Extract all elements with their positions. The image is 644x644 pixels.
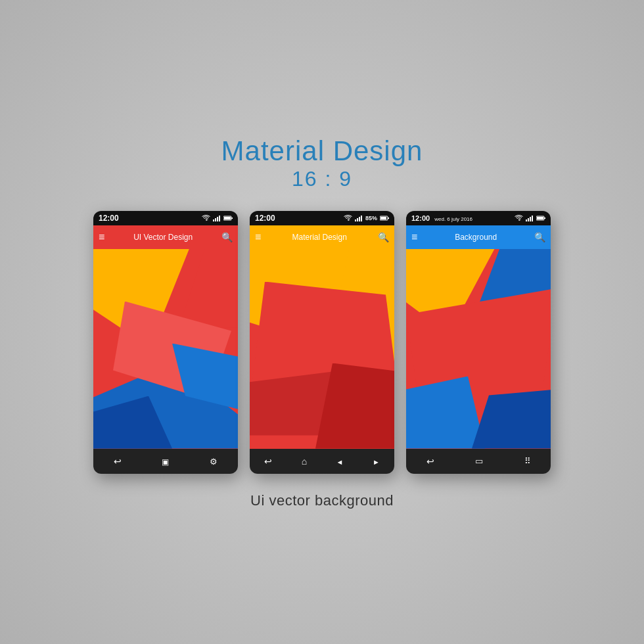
battery-icon: [223, 216, 233, 221]
battery-icon-3: [536, 216, 545, 221]
back-icon-2[interactable]: [264, 456, 272, 467]
svg-rect-19: [544, 218, 545, 219]
wifi-icon-3: [515, 215, 523, 221]
home-icon-2[interactable]: [302, 456, 307, 467]
svg-rect-2: [217, 217, 218, 221]
status-bar-3: 12:00 wed. 6 july 2016: [406, 211, 551, 225]
wallpaper-3: [406, 249, 551, 449]
svg-rect-16: [530, 217, 531, 221]
sub-title: 16 : 9: [221, 167, 423, 191]
app-bar-1: ≡ UI Vector Design 🔍: [93, 225, 238, 249]
app-title-2: Material Design: [266, 233, 373, 242]
signal-icon: [213, 215, 221, 221]
svg-rect-8: [357, 218, 358, 221]
status-date-3: wed. 6 july 2016: [434, 216, 472, 222]
app-title-3: Background: [423, 233, 529, 242]
status-bar-1: 12:00: [93, 211, 238, 225]
phone-2: 12:00 85% ≡ Material Design 🔍: [250, 211, 394, 474]
wallpaper-1: [93, 249, 238, 449]
svg-rect-7: [355, 219, 356, 221]
right-icon-2[interactable]: [373, 456, 380, 467]
page-header: Material Design 16 : 9: [221, 135, 423, 191]
svg-rect-17: [532, 216, 533, 221]
search-icon-3[interactable]: 🔍: [534, 232, 545, 242]
hamburger-icon-3[interactable]: ≡: [411, 231, 417, 243]
phone-1: 12:00 ≡ UI Vector Design 🔍: [93, 211, 238, 474]
status-time-3: 12:00 wed. 6 july 2016: [411, 214, 472, 222]
status-bar-2: 12:00 85%: [250, 211, 394, 225]
nav-bar-2: [250, 449, 394, 474]
status-icons-3: [515, 215, 545, 221]
left-icon-2[interactable]: [336, 456, 344, 467]
search-icon-2[interactable]: 🔍: [378, 232, 389, 242]
gear-icon-1[interactable]: [210, 456, 218, 467]
battery-percent-2: 85%: [365, 215, 377, 221]
phone-3: 12:00 wed. 6 july 2016 ≡ Background 🔍 ▭ …: [406, 211, 551, 474]
app-bar-3: ≡ Background 🔍: [406, 225, 551, 249]
svg-rect-0: [213, 219, 214, 221]
app-bar-2: ≡ Material Design 🔍: [250, 225, 394, 249]
search-icon-1[interactable]: 🔍: [221, 232, 233, 242]
page-footer: Ui vector background: [250, 492, 394, 509]
hamburger-icon-2[interactable]: ≡: [255, 231, 261, 243]
svg-rect-13: [380, 217, 386, 219]
svg-rect-5: [231, 218, 233, 219]
svg-rect-12: [388, 218, 389, 219]
nav-bar-1: [93, 449, 238, 474]
svg-rect-15: [528, 218, 529, 221]
status-time-2: 12:00: [255, 214, 275, 223]
signal-icon-3: [526, 215, 534, 221]
square-icon-1[interactable]: [162, 456, 169, 467]
signal-icon-2: [355, 215, 363, 221]
main-title: Material Design: [221, 135, 423, 167]
nav-bar-3: ▭ ⠿: [406, 449, 551, 474]
status-icons-1: [202, 215, 233, 221]
svg-rect-20: [537, 217, 543, 219]
svg-rect-3: [219, 216, 220, 221]
status-icons-2: 85%: [344, 215, 389, 221]
svg-rect-6: [224, 217, 231, 219]
grid-icon-3[interactable]: ⠿: [524, 456, 530, 466]
app-title-1: UI Vector Design: [110, 233, 216, 242]
svg-rect-1: [215, 218, 216, 221]
hamburger-icon-1[interactable]: ≡: [99, 231, 104, 243]
svg-rect-9: [359, 217, 360, 221]
phones-container: 12:00 ≡ UI Vector Design 🔍: [93, 211, 551, 474]
back-icon-1[interactable]: [114, 456, 122, 467]
svg-rect-10: [361, 216, 362, 221]
status-time-1: 12:00: [99, 214, 119, 223]
battery-icon-2: [380, 216, 389, 221]
back-icon-3[interactable]: [426, 456, 434, 467]
wallpaper-2: [250, 249, 394, 449]
wifi-icon-2: [344, 215, 352, 221]
svg-rect-14: [526, 219, 527, 221]
square-icon-3[interactable]: ▭: [475, 456, 483, 466]
wifi-icon: [202, 215, 210, 221]
